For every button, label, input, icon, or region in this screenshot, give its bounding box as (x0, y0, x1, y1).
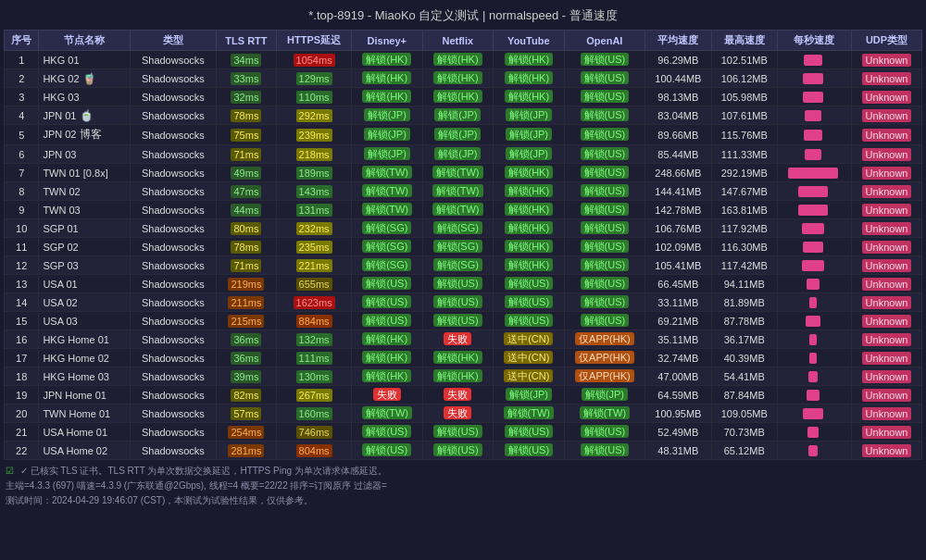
table-row: 12 SGP 03 Shadowsocks 71ms 221ms 解锁(SG) … (5, 256, 922, 275)
cell-disney: 失败 (352, 386, 423, 404)
cell-type: Shadowsocks (131, 88, 217, 106)
cell-avg-speed: 100.95MB (645, 404, 711, 423)
table-row: 10 SGP 01 Shadowsocks 80ms 232ms 解锁(SG) … (5, 219, 922, 238)
cell-avg-speed: 35.11MB (645, 330, 711, 349)
cell-openai: 仅APP(HK) (564, 330, 645, 349)
footer-line2: 主端=4.3.3 (697) 喵速=4.3.9 (广东联通@2Gbps), 线程… (6, 479, 920, 493)
cell-avg-speed: 47.00MB (645, 367, 711, 386)
cell-disney: 解锁(US) (352, 275, 423, 293)
cell-youtube: 解锁(HK) (494, 182, 565, 201)
cell-disney: 解锁(US) (352, 442, 423, 460)
cell-max-speed: 106.12MB (711, 69, 777, 88)
cell-type: Shadowsocks (131, 106, 217, 125)
cell-type: Shadowsocks (131, 125, 217, 145)
cell-https: 110ms (277, 88, 352, 106)
cell-per-sec (777, 275, 851, 293)
cell-disney: 解锁(TW) (352, 201, 423, 219)
cell-tls: 33ms (216, 69, 276, 88)
cell-max-speed: 107.61MB (711, 106, 777, 125)
cell-youtube: 解锁(HK) (494, 238, 565, 256)
cell-type: Shadowsocks (131, 201, 217, 219)
cell-openai: 解锁(US) (564, 125, 645, 145)
cell-youtube: 送中(CN) (494, 330, 565, 349)
cell-netflix: 解锁(HK) (422, 349, 494, 367)
cell-udp: Unknown (852, 219, 922, 238)
cell-openai: 解锁(US) (564, 164, 645, 182)
title-bar: *.top-8919 - MiaoKo 自定义测试 | normalspeed … (4, 4, 922, 30)
results-table: 序号 节点名称 类型 TLS RTT HTTPS延迟 Disney+ Netfl… (4, 30, 922, 460)
cell-type: Shadowsocks (131, 256, 217, 275)
cell-per-sec (777, 51, 851, 69)
cell-udp: Unknown (852, 69, 922, 88)
cell-https: 1054ms (277, 51, 352, 69)
cell-name: TWN 03 (39, 201, 131, 219)
cell-netflix: 解锁(JP) (422, 145, 494, 164)
cell-youtube: 解锁(US) (494, 293, 565, 312)
cell-disney: 解锁(US) (352, 312, 423, 330)
cell-openai: 解锁(JP) (564, 386, 645, 404)
cell-udp: Unknown (852, 367, 922, 386)
cell-youtube: 解锁(HK) (494, 51, 565, 69)
cell-udp: Unknown (852, 256, 922, 275)
table-body: 1 HKG 01 Shadowsocks 34ms 1054ms 解锁(HK) … (5, 51, 922, 460)
cell-max-speed: 70.73MB (711, 423, 777, 442)
cell-openai: 解锁(US) (564, 219, 645, 238)
cell-type: Shadowsocks (131, 182, 217, 201)
cell-netflix: 解锁(HK) (422, 367, 494, 386)
cell-youtube: 解锁(HK) (494, 164, 565, 182)
cell-netflix: 解锁(TW) (422, 182, 494, 201)
cell-type: Shadowsocks (131, 275, 217, 293)
cell-disney: 解锁(TW) (352, 182, 423, 201)
cell-per-sec (777, 106, 851, 125)
table-row: 8 TWN 02 Shadowsocks 47ms 143ms 解锁(TW) 解… (5, 182, 922, 201)
cell-udp: Unknown (852, 88, 922, 106)
cell-avg-speed: 105.41MB (645, 256, 711, 275)
cell-tls: 219ms (216, 275, 276, 293)
window-title: *.top-8919 - MiaoKo 自定义测试 | normalspeed … (308, 8, 618, 22)
cell-name: TWN 02 (39, 182, 131, 201)
cell-openai: 解锁(US) (564, 256, 645, 275)
cell-id: 6 (5, 145, 39, 164)
col-name: 节点名称 (39, 31, 131, 51)
cell-openai: 解锁(US) (564, 88, 645, 106)
cell-tls: 71ms (216, 256, 276, 275)
cell-openai: 解锁(US) (564, 312, 645, 330)
table-row: 4 JPN 01 🍵 Shadowsocks 78ms 292ms 解锁(JP)… (5, 106, 922, 125)
cell-id: 17 (5, 349, 39, 367)
cell-netflix: 失败 (422, 330, 494, 349)
table-row: 16 HKG Home 01 Shadowsocks 36ms 132ms 解锁… (5, 330, 922, 349)
cell-max-speed: 36.17MB (711, 330, 777, 349)
cell-id: 9 (5, 201, 39, 219)
cell-avg-speed: 33.11MB (645, 293, 711, 312)
cell-max-speed: 163.81MB (711, 201, 777, 219)
cell-openai: 解锁(US) (564, 51, 645, 69)
cell-name: SGP 03 (39, 256, 131, 275)
footer-line1: ☑ ✓ 已核实 TLS 证书。TLS RTT 为单次数据交换延迟，HTTPS P… (6, 464, 920, 479)
cell-id: 22 (5, 442, 39, 460)
cell-max-speed: 116.30MB (711, 238, 777, 256)
cell-per-sec (777, 69, 851, 88)
cell-per-sec (777, 238, 851, 256)
cell-openai: 解锁(US) (564, 275, 645, 293)
cell-youtube: 送中(CN) (494, 349, 565, 367)
cell-id: 21 (5, 423, 39, 442)
cell-avg-speed: 144.41MB (645, 182, 711, 201)
cell-disney: 解锁(HK) (352, 349, 423, 367)
cell-avg-speed: 100.44MB (645, 69, 711, 88)
cell-openai: 解锁(US) (564, 145, 645, 164)
cell-name: SGP 02 (39, 238, 131, 256)
table-row: 17 HKG Home 02 Shadowsocks 36ms 111ms 解锁… (5, 349, 922, 367)
table-row: 22 USA Home 02 Shadowsocks 281ms 804ms 解… (5, 442, 922, 460)
cell-udp: Unknown (852, 423, 922, 442)
col-max-speed: 最高速度 (711, 31, 777, 51)
cell-max-speed: 111.33MB (711, 145, 777, 164)
cell-type: Shadowsocks (131, 404, 217, 423)
cell-udp: Unknown (852, 312, 922, 330)
cell-youtube: 送中(CN) (494, 367, 565, 386)
check-icon: ☑ (6, 466, 14, 476)
cell-name: USA Home 02 (39, 442, 131, 460)
cell-youtube: 解锁(HK) (494, 201, 565, 219)
cell-youtube: 解锁(US) (494, 423, 565, 442)
cell-type: Shadowsocks (131, 238, 217, 256)
col-netflix: Netflix (422, 31, 494, 51)
